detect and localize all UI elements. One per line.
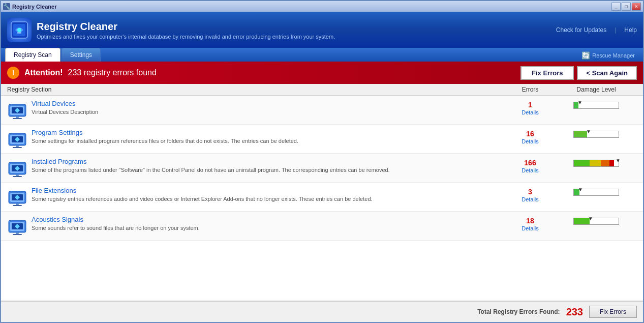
svg-rect-22 (16, 203, 19, 205)
errors-col-installed-programs: 166 Details (505, 158, 556, 174)
svg-rect-13 (13, 147, 22, 148)
section-title-file-extensions[interactable]: File Extensions (32, 187, 505, 194)
errors-col-program-settings: 16 Details (505, 129, 556, 145)
svg-rect-12 (16, 145, 19, 147)
tab-registry-scan[interactable]: Registry Scan (5, 48, 60, 62)
maximize-button[interactable]: □ (622, 3, 631, 11)
svg-rect-3 (17, 32, 21, 34)
table-row: File Extensions Some registry entries re… (1, 183, 643, 212)
damage-bar-bg (573, 160, 619, 167)
scan-again-button[interactable]: < Scan Again (577, 66, 637, 80)
col-header-damage: Damage Level (556, 86, 637, 93)
fix-errors-button-footer[interactable]: Fix Errors (589, 306, 637, 318)
check-updates-link[interactable]: Check for Updates (556, 26, 606, 34)
help-link[interactable]: Help (624, 26, 637, 34)
app-logo (7, 18, 32, 42)
details-link-installed-programs[interactable]: Details (522, 167, 539, 173)
section-title-installed-programs[interactable]: Installed Programs (32, 158, 505, 165)
details-link-virtual-devices[interactable]: Details (522, 109, 539, 115)
attention-icon: ! (7, 67, 19, 79)
section-left: File Extensions Some registry entries re… (7, 187, 505, 207)
attention-message: 233 registry errors found (68, 68, 157, 77)
error-count-virtual-devices: 1 (505, 101, 556, 109)
section-left: Installed Programs Some of the programs … (7, 158, 505, 178)
damage-arrow: ▼ (586, 129, 591, 134)
damage-bar-virtual-devices: ▼ (573, 102, 619, 109)
section-left: Virtual Devices Virtual Devices Descript… (7, 100, 505, 120)
header-left: Registry Cleaner Optimizes and fixes you… (7, 18, 335, 42)
damage-bar-file-extensions: ▼ (573, 189, 619, 196)
section-title-program-settings[interactable]: Program Settings (32, 129, 505, 136)
window-title: Registry Cleaner (12, 4, 56, 10)
app-icon: 🔧 (3, 3, 10, 10)
damage-arrow: ▼ (588, 216, 593, 221)
tabs-left: Registry Scan Settings (5, 48, 102, 62)
results-table: Registry Section Errors Damage Level (1, 84, 643, 301)
header-right: Check for Updates | Help (556, 26, 637, 34)
section-desc-program-settings: Some settings for installed program refe… (32, 137, 505, 144)
tabs-bar: Registry Scan Settings 🔄 Rescue Manager (1, 48, 643, 62)
error-count-program-settings: 16 (505, 130, 556, 138)
damage-arrow: ▼ (578, 187, 583, 192)
minimize-button[interactable]: _ (611, 3, 621, 11)
damage-col-virtual-devices: ▼ (556, 100, 637, 109)
header-separator: | (615, 26, 616, 34)
rescue-icon: 🔄 (581, 51, 590, 60)
header-text: Registry Cleaner Optimizes and fixes you… (37, 21, 335, 40)
section-title-virtual-devices[interactable]: Virtual Devices (32, 100, 505, 107)
damage-bar-bg (573, 218, 619, 225)
svg-rect-17 (16, 174, 19, 176)
table-row: Program Settings Some settings for insta… (1, 125, 643, 154)
app-subtitle: Optimizes and fixes your computer's inte… (37, 34, 335, 40)
damage-arrow: ▼ (616, 158, 621, 163)
attention-buttons: Fix Errors < Scan Again (520, 66, 637, 80)
rescue-manager-link[interactable]: 🔄 Rescue Manager (577, 49, 639, 62)
damage-bar-program-settings: ▼ (573, 131, 619, 138)
section-info-file-extensions: File Extensions Some registry entries re… (32, 187, 505, 202)
damage-col-program-settings: ▼ (556, 129, 637, 138)
damage-bar-acoustics: ▼ (573, 218, 619, 225)
table-row: Installed Programs Some of the programs … (1, 154, 643, 183)
attention-bar: ! Attention! 233 registry errors found F… (1, 62, 643, 84)
damage-bar-installed-programs: ▼ (573, 160, 619, 167)
errors-col-acoustics: 18 Details (505, 216, 556, 232)
damage-arrow: ▼ (577, 100, 582, 105)
section-info-virtual-devices: Virtual Devices Virtual Devices Descript… (32, 100, 505, 115)
details-link-acoustics[interactable]: Details (522, 225, 539, 231)
section-icon-program-settings (7, 129, 27, 149)
section-desc-acoustics: Some sounds refer to sound files that ar… (32, 224, 505, 231)
svg-rect-28 (13, 234, 22, 235)
attention-left: ! Attention! 233 registry errors found (7, 67, 157, 79)
error-count-installed-programs: 166 (505, 159, 556, 167)
title-bar: 🔧 Registry Cleaner _ □ ✕ (1, 1, 643, 12)
section-info-program-settings: Program Settings Some settings for insta… (32, 129, 505, 144)
fix-errors-button-top[interactable]: Fix Errors (520, 66, 574, 80)
damage-col-file-extensions: ▼ (556, 187, 637, 196)
error-count-acoustics: 18 (505, 217, 556, 225)
attention-label: Attention! (24, 68, 63, 77)
details-link-file-extensions[interactable]: Details (522, 196, 539, 202)
tab-settings[interactable]: Settings (62, 48, 101, 62)
errors-col-file-extensions: 3 Details (505, 187, 556, 203)
close-button[interactable]: ✕ (632, 3, 641, 11)
col-header-errors: Errors (505, 86, 556, 93)
table-row: Acoustics Signals Some sounds refer to s… (1, 212, 643, 241)
title-bar-left: 🔧 Registry Cleaner (3, 3, 56, 10)
table-header: Registry Section Errors Damage Level (1, 84, 643, 96)
rescue-manager-label: Rescue Manager (592, 52, 635, 58)
details-link-program-settings[interactable]: Details (522, 138, 539, 144)
svg-rect-18 (13, 176, 22, 177)
window-controls: _ □ ✕ (611, 3, 641, 11)
svg-rect-7 (16, 116, 19, 118)
svg-rect-23 (13, 205, 22, 206)
section-title-acoustics[interactable]: Acoustics Signals (32, 216, 505, 223)
section-desc-file-extensions: Some registry entries references audio a… (32, 195, 505, 202)
svg-rect-8 (13, 118, 22, 119)
footer-total-label: Total Registry Errors Found: (477, 308, 560, 315)
section-desc-installed-programs: Some of the programs listed under "Softw… (32, 166, 505, 173)
section-desc-virtual-devices: Virtual Devices Description (32, 108, 505, 115)
section-left: Acoustics Signals Some sounds refer to s… (7, 216, 505, 236)
error-count-file-extensions: 3 (505, 188, 556, 196)
section-info-installed-programs: Installed Programs Some of the programs … (32, 158, 505, 173)
footer-total-count: 233 (566, 306, 583, 318)
